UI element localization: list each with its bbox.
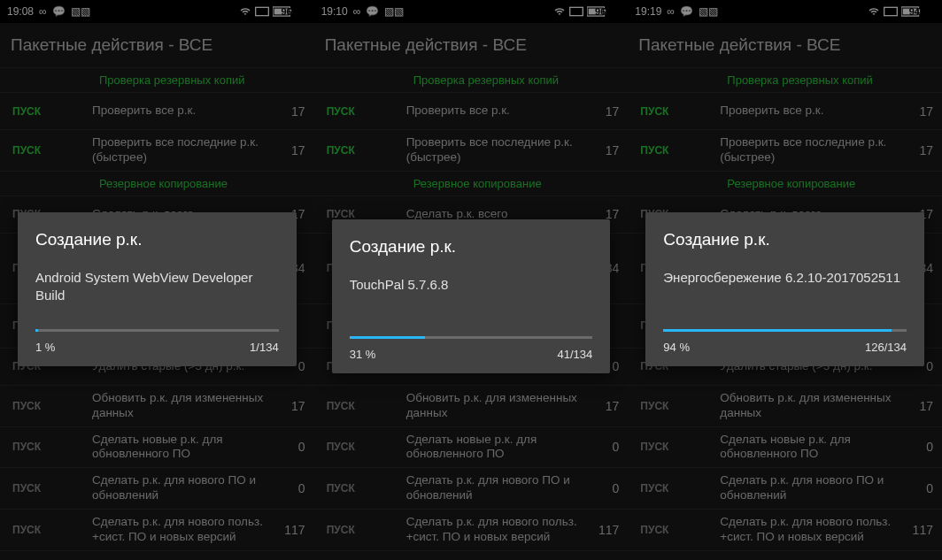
dialog-title: Создание р.к. xyxy=(350,237,593,257)
progress-count: 126/134 xyxy=(865,341,907,354)
progress-fill xyxy=(663,329,892,332)
progress-bar xyxy=(350,336,593,339)
progress-percent: 1 % xyxy=(35,341,55,354)
progress-fill xyxy=(350,336,425,339)
progress-percent: 94 % xyxy=(663,341,690,354)
progress-count: 41/134 xyxy=(558,348,593,361)
progress-bar xyxy=(663,329,907,332)
dialog-message: Android System WebView Developer Build xyxy=(35,269,279,304)
progress-dialog: Создание р.к. Android System WebView Dev… xyxy=(18,212,297,366)
progress-dialog: Создание р.к. Энергосбережение 6.2.10-20… xyxy=(645,212,924,366)
progress-count: 1/134 xyxy=(250,341,279,354)
dialog-title: Создание р.к. xyxy=(35,230,279,249)
dialog-message: Энергосбережение 6.2.10-2017052511 xyxy=(663,269,907,304)
progress-dialog: Создание р.к. TouchPal 5.7.6.8 31 % 41/1… xyxy=(332,219,611,373)
screen-2: 19:10 ∞ 💬 ▧▧ 96 Пакетные действия - ВСЕ … xyxy=(314,0,629,560)
screen-1: 19:08 ∞ 💬 ▧▧ 96 Пакетные действия - ВСЕ … xyxy=(0,0,314,560)
screen-3: 19:19 ∞ 💬 ▧▧ 94 Пакетные действия - ВСЕ … xyxy=(628,0,942,560)
progress-bar xyxy=(35,329,279,332)
dialog-title: Создание р.к. xyxy=(663,230,907,249)
dialog-message: TouchPal 5.7.6.8 xyxy=(350,276,593,311)
progress-percent: 31 % xyxy=(350,348,376,361)
progress-fill xyxy=(35,329,38,332)
